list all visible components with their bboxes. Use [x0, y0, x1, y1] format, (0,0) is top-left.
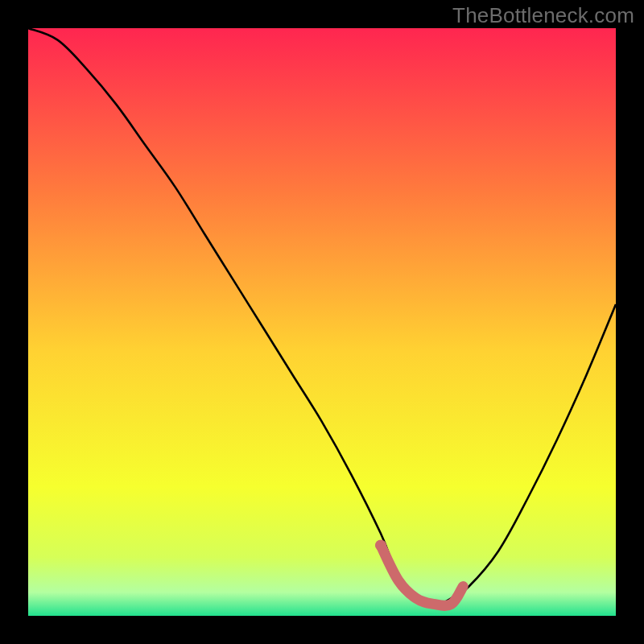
watermark-label: TheBottleneck.com [452, 3, 634, 28]
gradient-background [28, 28, 616, 616]
outer-frame: TheBottleneck.com [0, 0, 644, 644]
optimal-start-dot [375, 539, 386, 551]
bottleneck-chart [28, 28, 616, 616]
